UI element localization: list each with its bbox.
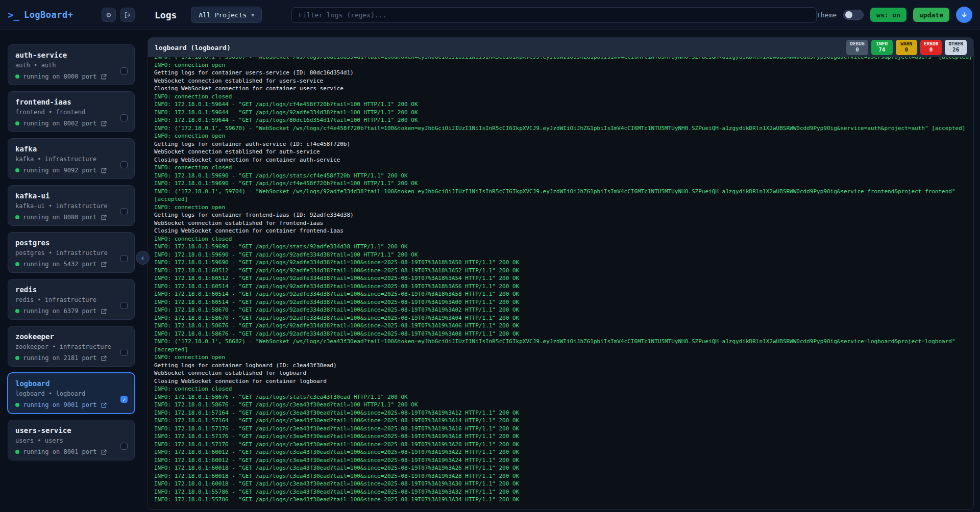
log-line: INFO: 172.18.0.1:60012 - "GET /api/logs/… [154, 448, 967, 456]
log-line: Closing WebSocket connection for contain… [154, 156, 967, 164]
badge-other[interactable]: OTHER 26 [945, 40, 967, 55]
filter-input[interactable] [291, 7, 817, 23]
service-subtitle: logboard • logboard [15, 390, 127, 397]
status-dot-icon [15, 262, 19, 266]
log-line: INFO: 172.18.0.1:60512 - "GET /api/logs/… [154, 267, 967, 275]
scroll-bottom-button[interactable] [956, 7, 972, 23]
app-title: LogBoard+ [24, 10, 74, 20]
service-checkbox[interactable] [120, 114, 128, 121]
log-line: INFO: 172.18.0.1:57176 - "GET /api/logs/… [154, 432, 967, 441]
status-dot-icon [15, 309, 19, 313]
badge-info[interactable]: INFO 74 [871, 40, 893, 55]
service-status-text: running on 9001 port [23, 401, 97, 408]
service-status: running on 8080 port [15, 214, 127, 221]
page-title: Logs [155, 10, 177, 20]
status-dot-icon [15, 356, 19, 360]
service-card-logboard[interactable]: logboard logboard • logboard running on … [8, 373, 135, 414]
external-link-icon[interactable] [101, 402, 107, 408]
log-line: INFO: connection open [154, 132, 967, 140]
service-status: running on 8002 port [15, 120, 127, 127]
service-checkbox[interactable] [120, 208, 128, 215]
status-dot-icon [15, 168, 19, 172]
log-line: INFO: 172.18.0.1:58676 - "GET /api/logs/… [154, 401, 967, 409]
service-subtitle: kafka • infrastructure [15, 156, 127, 163]
service-card-redis[interactable]: redis redis • infrastructure running on … [8, 279, 135, 320]
chevron-left-icon: ‹ [140, 254, 145, 262]
service-checkbox[interactable]: ✓ [120, 396, 128, 403]
status-dot-icon [15, 121, 19, 125]
log-line: [accepted] [154, 195, 967, 203]
log-panel-title: logboard (logboard) [155, 44, 231, 52]
log-line: Getting logs for container logboard (ID:… [154, 362, 967, 370]
status-dot-icon [15, 403, 19, 407]
log-line: INFO: connection open [154, 203, 967, 212]
external-link-icon[interactable] [101, 261, 107, 268]
log-line: INFO: ('172.18.0.1', 58682) - "WebSocket… [154, 338, 967, 346]
log-line: INFO: connection closed [154, 164, 967, 172]
external-link-icon[interactable] [101, 73, 107, 80]
update-button[interactable]: update [913, 8, 949, 22]
service-card-postgres[interactable]: postgres postgres • infrastructure runni… [8, 232, 135, 273]
service-card-zookeeper[interactable]: zookeeper zookeeper • infrastructure run… [8, 326, 135, 367]
service-checkbox[interactable] [120, 302, 128, 309]
log-line: INFO: connection closed [154, 93, 967, 101]
external-link-icon[interactable] [101, 214, 107, 221]
external-link-icon[interactable] [101, 449, 107, 455]
log-line: INFO: 172.18.0.1:60018 - "GET /api/logs/… [154, 464, 967, 472]
log-line: Closing WebSocket connection for contain… [154, 377, 967, 386]
badge-debug[interactable]: DEBUG 0 [846, 40, 868, 55]
service-checkbox[interactable] [120, 443, 128, 450]
log-line: INFO: 172.18.0.1:60512 - "GET /api/logs/… [154, 274, 967, 283]
log-line: INFO: 172.18.0.1:58676 - "GET /api/logs/… [154, 393, 967, 401]
log-line: INFO: 172.18.0.1:59690 - "GET /api/logs/… [154, 172, 967, 180]
service-status-text: running on 2181 port [23, 354, 97, 362]
service-status-text: running on 9092 port [23, 167, 97, 174]
external-link-icon[interactable] [101, 308, 107, 315]
service-card-kafka[interactable]: kafka kafka • infrastructure running on … [8, 138, 135, 179]
service-status-text: running on 8002 port [23, 120, 97, 127]
log-line: INFO: 172.18.0.1:57164 - "GET /api/logs/… [154, 409, 967, 417]
settings-button[interactable]: ⚙ [102, 8, 116, 22]
log-line: INFO: 172.18.0.1:59690 - "GET /api/logs/… [154, 180, 967, 188]
project-selector[interactable]: All Projects ▼ [191, 7, 262, 23]
log-line: INFO: 172.18.0.1:59644 - "GET /api/logs/… [154, 109, 967, 117]
websocket-status-badge[interactable]: ws: on [870, 8, 906, 22]
service-checkbox[interactable] [120, 255, 128, 262]
sidebar-collapse-button[interactable]: ‹ [136, 251, 150, 265]
external-link-icon[interactable] [101, 167, 107, 174]
log-line: WebSocket connection established for log… [154, 369, 967, 377]
logout-button[interactable] [120, 8, 135, 22]
service-name: auth-service [15, 51, 127, 59]
badge-warn[interactable]: WARN 0 [896, 40, 917, 55]
external-link-icon[interactable] [101, 355, 107, 362]
top-bar: >_ LogBoard+ ⚙ Logs All Projects ▼ Theme… [0, 0, 980, 30]
log-line: Closing WebSocket connection for contain… [154, 227, 967, 235]
log-line: INFO: 172.18.0.1:60514 - "GET /api/logs/… [154, 290, 967, 298]
badge-count: 74 [878, 47, 885, 54]
log-level-badges: DEBUG 0 INFO 74 WARN 0 ERROR 0 OTHER 26 [846, 40, 967, 55]
service-name: kafka [15, 145, 127, 153]
service-status: running on 9001 port [15, 401, 127, 408]
service-card-kafka-ui[interactable]: kafka-ui kafka-ui • infrastructure runni… [8, 185, 135, 226]
external-link-icon[interactable] [101, 120, 107, 127]
log-line: WebSocket connection established for use… [154, 77, 967, 85]
log-line: Getting logs for container users-service… [154, 69, 967, 77]
log-line: INFO: connection closed [154, 235, 967, 243]
service-checkbox[interactable] [120, 349, 128, 356]
theme-toggle[interactable] [843, 10, 864, 20]
service-checkbox[interactable] [120, 67, 128, 74]
log-line: Getting logs for container auth-service … [154, 140, 967, 148]
service-status-text: running on 6379 port [23, 308, 97, 315]
service-status: running on 6379 port [15, 308, 127, 315]
log-line: INFO: ('172.18.0.1', 59704) - "WebSocket… [154, 188, 967, 196]
service-card-frontend-iaas[interactable]: frontend-iaas frontend • frontend runnin… [8, 91, 135, 132]
service-subtitle: frontend • frontend [15, 109, 127, 116]
badge-error[interactable]: ERROR 0 [920, 40, 942, 55]
service-card-users-service[interactable]: users-service users • users running on 8… [8, 420, 135, 460]
service-card-auth-service[interactable]: auth-service auth • auth running on 8000… [8, 44, 135, 85]
log-content[interactable]: INFO: ('172.18.0.1', 59656) - "WebSocket… [148, 57, 973, 509]
service-checkbox[interactable] [120, 161, 128, 168]
app-header: >_ LogBoard+ ⚙ [0, 8, 142, 22]
service-name: redis [15, 286, 127, 294]
log-line: INFO: 172.18.0.1:57176 - "GET /api/logs/… [154, 441, 967, 449]
